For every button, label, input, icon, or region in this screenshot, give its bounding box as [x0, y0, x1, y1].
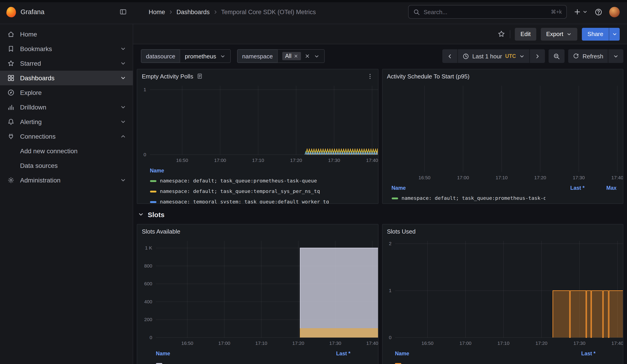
- chart-canvas: 16:5017:0017:1017:2017:3017:4001: [141, 83, 378, 165]
- refresh-button[interactable]: Refresh: [568, 49, 608, 63]
- svg-text:17:40: 17:40: [611, 341, 623, 346]
- time-range-picker[interactable]: Last 1 hour UTC: [457, 49, 530, 63]
- compass-icon: [7, 89, 15, 96]
- chevron-up-icon[interactable]: [120, 133, 126, 140]
- sidebar-item-administration[interactable]: Administration: [0, 173, 133, 188]
- keyboard-shortcut: ⌘+k: [551, 9, 562, 15]
- legend-col-value[interactable]: Last *: [318, 351, 350, 356]
- sidebar-item-dashboards[interactable]: Dashboards: [0, 71, 133, 85]
- svg-text:400: 400: [144, 299, 152, 304]
- legend-item[interactable]: [395, 359, 596, 364]
- legend-col-value[interactable]: Last *: [564, 351, 596, 356]
- chevron-right-icon: [213, 9, 218, 14]
- sidebar-item-explore[interactable]: Explore: [0, 85, 133, 100]
- refresh-interval-button[interactable]: [608, 49, 623, 63]
- sidebar-item-bookmarks[interactable]: Bookmarks: [0, 42, 133, 56]
- chevron-down-icon: [567, 31, 572, 37]
- refresh-group: Refresh: [568, 49, 623, 63]
- svg-text:17:40: 17:40: [366, 341, 378, 346]
- timeseries-chart[interactable]: 16:5017:0017:1017:2017:3017:400200400600…: [137, 238, 378, 348]
- legend-header: Name: [150, 166, 371, 176]
- panel-header[interactable]: Activity Schedule To Start (p95): [382, 69, 623, 83]
- legend-item[interactable]: namespace: temporal_system; task_queue:d…: [150, 197, 371, 204]
- legend-item[interactable]: namespace: default; task_queue:prometheu…: [150, 176, 371, 186]
- breadcrumb: Home Dashboards Temporal Core SDK (OTel)…: [133, 8, 316, 15]
- breadcrumb-home[interactable]: Home: [149, 8, 165, 15]
- time-shift-forward-button[interactable]: [530, 49, 545, 63]
- chevron-down-icon[interactable]: [120, 46, 126, 52]
- kebab-menu-icon[interactable]: [366, 73, 373, 80]
- breadcrumb-dashboards[interactable]: Dashboards: [176, 8, 210, 15]
- sidebar-item-label: Administration: [20, 177, 114, 184]
- chevron-down-icon[interactable]: [120, 75, 126, 81]
- timeseries-chart[interactable]: 16:5017:0017:1017:2017:3017:40: [382, 83, 623, 182]
- zoom-out-button[interactable]: [549, 49, 565, 63]
- legend-item[interactable]: namespace: default; task_queue:temporal_…: [150, 186, 371, 197]
- close-icon[interactable]: [294, 54, 298, 58]
- new-dropdown-button[interactable]: [574, 8, 588, 15]
- gear-icon: [7, 177, 15, 184]
- legend-item[interactable]: [156, 359, 350, 364]
- edit-button[interactable]: Edit: [515, 28, 536, 40]
- sidebar-item-home[interactable]: Home: [0, 27, 133, 42]
- namespace-variable: namespace All: [237, 49, 325, 63]
- search-box[interactable]: ⌘+k: [408, 5, 567, 19]
- legend-col-name[interactable]: Name: [391, 185, 553, 191]
- series-color-swatch: [395, 363, 401, 364]
- share-menu-button[interactable]: [609, 28, 620, 40]
- sidebar-item-add-new-connection[interactable]: Add new connection: [0, 144, 133, 158]
- sidebar-item-data-sources[interactable]: Data sources: [0, 158, 133, 173]
- sidebar-item-connections[interactable]: Connections: [0, 129, 133, 144]
- top-bar: Grafana Home Dashboards Temporal Core SD…: [0, 0, 627, 24]
- svg-text:0: 0: [389, 335, 391, 340]
- sidebar-item-alerting[interactable]: Alerting: [0, 114, 133, 129]
- legend-col-name[interactable]: Name: [395, 351, 564, 356]
- timeseries-chart[interactable]: 16:5017:0017:1017:2017:3017:40012: [382, 238, 623, 348]
- legend-col-name[interactable]: Name: [156, 351, 318, 356]
- timezone-label: UTC: [505, 53, 516, 59]
- series-color-swatch: [391, 197, 398, 199]
- chevron-down-icon[interactable]: [120, 119, 126, 125]
- datasource-label: datasource: [141, 49, 180, 63]
- panel-header[interactable]: Slots Available: [137, 224, 378, 238]
- clear-selection-icon[interactable]: [305, 53, 310, 59]
- panel-slots-available: Slots Available 16:5017:0017:1017:2017:3…: [137, 224, 378, 364]
- share-button[interactable]: Share: [582, 28, 609, 40]
- namespace-select[interactable]: All: [277, 49, 325, 63]
- panel-description-icon[interactable]: [196, 73, 203, 79]
- svg-text:17:20: 17:20: [290, 157, 302, 163]
- legend-col-value[interactable]: Max: [585, 185, 617, 191]
- export-button[interactable]: Export: [541, 28, 577, 40]
- chevron-down-icon[interactable]: [120, 177, 126, 183]
- panel-empty-activity-polls: Empty Activity Polls 16:5017:0017:1017:2…: [137, 69, 378, 204]
- chevron-down-icon[interactable]: [120, 60, 126, 67]
- series-color-swatch: [150, 190, 156, 192]
- legend-item[interactable]: namespace: default; task_queue:prometheu…: [391, 193, 617, 204]
- row-header-slots[interactable]: Slots: [138, 208, 164, 221]
- svg-text:17:30: 17:30: [329, 341, 341, 346]
- panel-header[interactable]: Slots Used: [382, 224, 623, 238]
- chevron-left-icon: [447, 53, 453, 59]
- chevron-down-icon[interactable]: [120, 104, 126, 110]
- svg-text:17:00: 17:00: [459, 341, 471, 346]
- search-input[interactable]: [424, 8, 547, 15]
- timeseries-chart[interactable]: 16:5017:0017:1017:2017:3017:4001: [137, 83, 378, 165]
- sidebar-item-label: Data sources: [20, 162, 126, 169]
- sidebar: Home Bookmarks Starred Dashboards Explor…: [0, 24, 133, 364]
- help-icon[interactable]: [595, 8, 602, 16]
- dock-menu-icon[interactable]: [119, 8, 127, 15]
- favorite-star-icon[interactable]: [498, 30, 506, 38]
- namespace-all-chip[interactable]: All: [282, 52, 301, 60]
- user-avatar[interactable]: [609, 7, 620, 17]
- chart-legend: NameLast *: [137, 348, 378, 364]
- datasource-select[interactable]: prometheus: [180, 49, 231, 63]
- legend-col-value[interactable]: Last *: [553, 185, 585, 191]
- row-title: Slots: [148, 210, 164, 218]
- dashboard-controls-row: datasource prometheus namespace All: [133, 44, 627, 69]
- sidebar-item-starred[interactable]: Starred: [0, 56, 133, 71]
- sidebar-item-drilldown[interactable]: Drilldown: [0, 100, 133, 114]
- series-name: namespace: default; task_queue:temporal_…: [160, 188, 371, 194]
- time-shift-back-button[interactable]: [442, 49, 457, 63]
- legend-col-name[interactable]: Name: [150, 168, 371, 173]
- panel-header[interactable]: Empty Activity Polls: [137, 69, 378, 83]
